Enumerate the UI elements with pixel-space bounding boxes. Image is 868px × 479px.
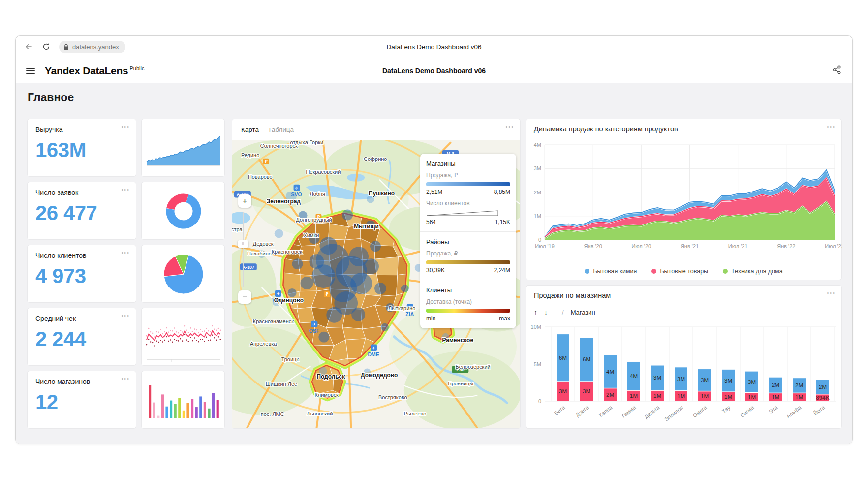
chart-controls: ↑ ↓ / Магазин: [534, 307, 595, 317]
card-menu-icon[interactable]: [827, 124, 836, 129]
spark-card-requests-donut: [141, 182, 225, 240]
kpi-value: 12: [35, 390, 128, 414]
svg-text:6M: 6M: [559, 355, 567, 361]
svg-text:ZIA: ZIA: [405, 312, 414, 317]
svg-text:3M: 3M: [559, 388, 567, 394]
map-zoom-out-button[interactable]: −: [238, 290, 251, 304]
card-menu-icon[interactable]: [827, 290, 836, 296]
map-city-label: Зеленоград: [267, 198, 301, 205]
logo-badge: Public: [129, 65, 144, 71]
map-zoom-slider-track[interactable]: [243, 212, 244, 287]
card-menu-icon[interactable]: [121, 187, 130, 192]
map-legend-panel: Магазины Продажа, ₽ 2,51M8,85M Число кли…: [420, 154, 516, 328]
svg-text:Июл '20: Июл '20: [631, 243, 651, 249]
svg-text:1M: 1M: [795, 394, 803, 400]
svg-text:DME: DME: [368, 352, 379, 357]
map-city-label: Дедовск: [253, 241, 274, 247]
revenue-sparkline-chart[interactable]: [142, 119, 225, 177]
map-zoom-slider-handle[interactable]: ⠿: [238, 240, 248, 248]
tab-table[interactable]: Таблица: [268, 126, 294, 133]
share-icon[interactable]: [832, 65, 842, 77]
card-menu-icon[interactable]: [121, 313, 130, 319]
map-city-label: Краснознаменск: [253, 319, 294, 324]
kpi-card-requests: Число заявок 26 477: [27, 182, 136, 240]
section-title: Главное: [28, 91, 74, 104]
breadcrumb-store[interactable]: Магазин: [571, 309, 595, 316]
browser-toolbar: datalens.yandex DataLens Demo Dashboard …: [16, 36, 852, 58]
svg-text:Бета: Бета: [553, 404, 566, 416]
map-city-label: Белоозёрский: [455, 364, 490, 370]
svg-text:Омега: Омега: [692, 404, 708, 419]
avg-check-sparkline-chart[interactable]: [142, 308, 225, 366]
map-city-label: Химки: [304, 232, 319, 238]
legend-item[interactable]: Бытовые товары: [651, 268, 708, 275]
card-menu-icon[interactable]: [121, 376, 130, 382]
tab-map[interactable]: Карта: [241, 126, 259, 133]
svg-text:4M: 4M: [606, 369, 614, 375]
stores-mini-bar-chart[interactable]: [142, 371, 225, 429]
map-city-label: Поварово: [248, 174, 273, 180]
card-menu-icon[interactable]: [505, 124, 514, 129]
dashboard-content: Главное Выручка 163M Число заявок 26 477…: [16, 83, 852, 444]
sales-by-store-chart[interactable]: 05M10M6M3MБета6M3MДзета4M2MКаппа4M1MГамм…: [526, 320, 842, 429]
back-icon[interactable]: [24, 42, 33, 52]
legend-size-triangle: [426, 210, 498, 216]
legend-section-title: Районы: [426, 238, 510, 246]
legend-measure-label: Доставка (точка): [426, 298, 510, 305]
spark-card-stores-bars: [141, 371, 225, 429]
legend-section-title: Клиенты: [426, 287, 510, 294]
svg-text:✈: ✈: [312, 322, 316, 327]
legend-item[interactable]: Бытовая химия: [585, 268, 637, 275]
legend-measure-label: Продажа, ₽: [426, 250, 510, 257]
legend-item[interactable]: Техника для дома: [723, 268, 783, 275]
kpi-card-avg-check: Средний чек 2 244: [27, 308, 136, 366]
svg-text:Эпсилон: Эпсилон: [663, 404, 684, 422]
svg-text:₽: ₽: [265, 159, 268, 164]
sort-ascending-icon[interactable]: ↑: [534, 308, 537, 316]
kpi-value: 163M: [35, 138, 128, 162]
spark-card-revenue: [141, 119, 225, 177]
svg-text:6M: 6M: [583, 356, 590, 362]
svg-text:1M: 1M: [772, 394, 779, 400]
sort-descending-icon[interactable]: ↓: [544, 308, 548, 316]
map-zoom-in-button[interactable]: +: [238, 194, 251, 208]
svg-text:10M: 10M: [531, 324, 541, 330]
legend-measure-label: Число клиентов: [426, 200, 510, 207]
svg-text:2M: 2M: [795, 383, 803, 388]
menu-burger-icon[interactable]: [26, 68, 35, 74]
svg-text:1M: 1M: [630, 393, 638, 399]
browser-tab-title: DataLens Demo Dashboard v06: [16, 43, 852, 51]
svg-text:0: 0: [538, 237, 541, 243]
legend-gradient-districts: [426, 260, 510, 264]
card-menu-icon[interactable]: [121, 124, 130, 129]
svg-text:3M: 3M: [748, 379, 756, 385]
svg-text:2M: 2M: [819, 384, 827, 390]
map-viewport[interactable]: ₽₽₽М-8А-113А-107Е30✈SVO✈VKO✈DME✈OSF✈ZIAС…: [232, 140, 520, 428]
svg-text:2M: 2M: [606, 392, 614, 398]
map-city-label: Климовск: [314, 392, 339, 398]
legend-dot-icon: [585, 269, 589, 274]
svg-text:3M: 3M: [677, 376, 685, 382]
address-bar[interactable]: datalens.yandex: [59, 41, 125, 53]
map-city-label: Лобня: [310, 191, 325, 197]
clients-pie-chart[interactable]: [142, 245, 225, 303]
legend-measure-label: Продажа, ₽: [426, 172, 510, 179]
svg-text:Июл '22: Июл '22: [825, 243, 842, 249]
kpi-label: Число клиентов: [35, 252, 128, 259]
svg-text:Сигма: Сигма: [739, 404, 755, 419]
map-city-label: Мытищи: [354, 223, 379, 230]
card-menu-icon[interactable]: [121, 250, 130, 255]
map-city-label: Раменское: [442, 337, 474, 344]
svg-text:Янв '20: Янв '20: [584, 243, 602, 249]
svg-text:Янв '22: Янв '22: [777, 243, 795, 249]
requests-donut-chart[interactable]: [142, 182, 225, 240]
sales-dynamics-chart[interactable]: Июл '19Янв '20Июл '20Янв '21Июл '21Янв '…: [526, 137, 842, 261]
svg-text:А-107: А-107: [243, 265, 254, 270]
breadcrumb-slash: /: [562, 309, 564, 316]
refresh-icon[interactable]: [41, 42, 51, 52]
svg-text:✈: ✈: [276, 291, 280, 296]
app-logo[interactable]: Yandex DataLensPublic: [45, 65, 144, 77]
legend-dot-icon: [723, 269, 728, 274]
map-city-label: Рылеево: [404, 411, 427, 416]
map-city-label: Истра: [232, 226, 243, 232]
